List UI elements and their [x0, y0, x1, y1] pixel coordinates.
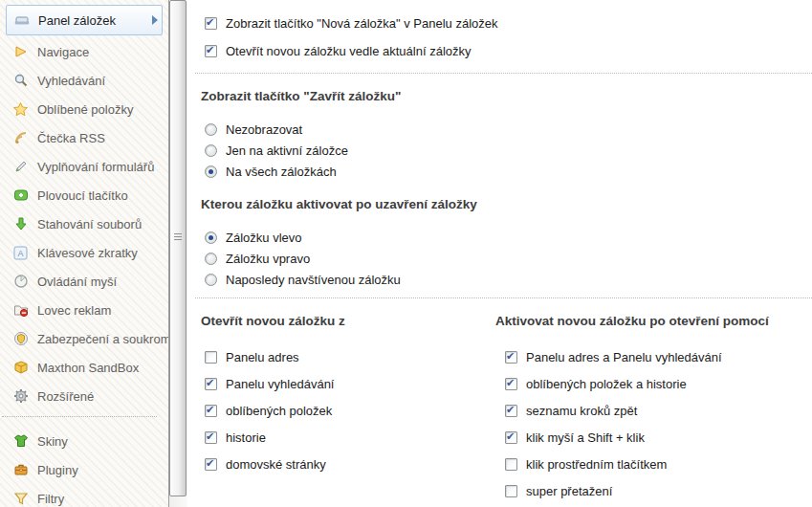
sidebar-item-ctecka-rss[interactable]: Čtečka RSS [0, 123, 168, 152]
radio-row-zalozku-vlevo[interactable]: Záložku vlevo [201, 227, 812, 248]
radio-label: Nezobrazovat [226, 122, 302, 137]
radio-icon[interactable] [205, 144, 217, 157]
checkbox-icon[interactable] [205, 431, 217, 444]
checkbox-icon[interactable] [505, 351, 517, 364]
activate-after-close-radio-group: Záložku vlevo Záložku vpravo Naposledy n… [201, 227, 812, 290]
sidebar-item-label: Pluginy [37, 463, 163, 477]
radio-row-nezobrazovat[interactable]: Nezobrazovat [201, 119, 812, 140]
open-new-tab-checkboxes: Panelu adres Panelu vyhledávání oblíbený… [201, 343, 495, 477]
checkbox-row-open-next-to-current[interactable]: Otevřít novou záložku vedle aktuální zál… [201, 37, 812, 65]
sidebar-item-ovladani-mysi[interactable]: Ovládání myší [0, 267, 168, 296]
security-shield-icon [12, 331, 29, 347]
radio-icon[interactable] [205, 253, 217, 265]
sidebar-item-label: Zabezpečení a soukromí [37, 332, 169, 346]
sidebar-item-label: Oblíbené položky [37, 102, 163, 117]
checkbox-icon[interactable] [505, 378, 517, 390]
checkbox-row-domovske-stranky[interactable]: domovské stránky [201, 451, 495, 477]
radio-row-zalozku-vpravo[interactable]: Záložku vpravo [201, 248, 812, 269]
checkbox-row-super-pretazeni[interactable]: super přetažení [495, 477, 812, 504]
checkbox-icon[interactable] [205, 405, 217, 417]
checkbox-icon[interactable] [205, 458, 217, 471]
sidebar-item-label: Stahování souborů [37, 217, 163, 231]
checkbox-label: seznamu kroků zpět [526, 404, 637, 418]
sidebar-item-skiny[interactable]: Skiny [0, 427, 168, 455]
close-button-radio-group: Nezobrazovat Jen na aktivní záložce Na v… [201, 119, 812, 182]
checkbox-row-klik-mysi-shift[interactable]: klik myší a Shift + klik [495, 424, 812, 451]
checkbox-row-panelu-adres-a-vyhledavani[interactable]: Panelu adres a Panelu vyhledávání [495, 343, 812, 370]
pencil-icon [12, 159, 29, 175]
section-divider [195, 73, 812, 74]
radio-row-na-vsech[interactable]: Na všech záložkách [201, 161, 812, 182]
radio-icon[interactable] [205, 123, 217, 136]
selected-arrow-icon [152, 15, 158, 25]
sidebar-item-oblibene-polozky[interactable]: Oblíbené položky [0, 95, 168, 123]
radio-label: Záložku vlevo [226, 231, 301, 245]
sidebar-item-label: Maxthon SandBox [37, 361, 163, 375]
checkbox-label: klik prostředním tlačítkem [526, 457, 667, 472]
checkbox-icon[interactable] [505, 431, 517, 444]
checkbox-label: domovské stránky [226, 457, 326, 472]
checkbox-icon[interactable] [505, 458, 517, 471]
sidebar-item-maxthon-sandbox[interactable]: Maxthon SandBox [0, 353, 168, 382]
activate-after-close-heading: Kterou záložku aktivovat po uzavření zál… [201, 197, 812, 211]
checkbox-row-panelu-adres[interactable]: Panelu adres [201, 343, 495, 370]
checkbox-label: Zobrazit tlačítko "Nová záložka" v Panel… [226, 16, 498, 31]
radio-row-naposledy-navstivenou[interactable]: Naposledy navštívenou záložku [201, 269, 812, 290]
sidebar-item-plovouci-tlacitko[interactable]: Plovoucí tlačítko [0, 181, 168, 209]
checkbox-icon[interactable] [205, 351, 217, 364]
vertical-scrollbar[interactable] [169, 0, 187, 507]
sidebar-item-navigace[interactable]: Navigace [0, 37, 168, 66]
sidebar-item-label: Vyhledávání [37, 74, 163, 88]
checkbox-label: super přetažení [526, 484, 612, 498]
checkbox-label: Panelu vyhledávání [226, 377, 334, 391]
open-new-tab-column: Otevřít novou záložku z Panelu adres Pan… [201, 298, 495, 504]
scrollbar-thumb[interactable] [169, 0, 187, 496]
sidebar-item-label: Skiny [37, 434, 163, 449]
sidebar-item-vyhledavani[interactable]: Vyhledávání [0, 66, 168, 95]
sidebar-item-klavesove-zkratky[interactable]: A Klávesové zkratky [0, 238, 168, 267]
sidebar-item-panel-zalozek[interactable]: Panel záložek [6, 5, 163, 35]
sidebar-item-pluginy[interactable]: Pluginy [0, 455, 168, 484]
checkbox-row-historie[interactable]: historie [201, 424, 495, 451]
activate-new-tab-checkboxes: Panelu adres a Panelu vyhledávání oblíbe… [495, 343, 812, 504]
checkbox-label: Panelu adres a Panelu vyhledávání [526, 350, 722, 364]
svg-text:A: A [17, 249, 23, 258]
sidebar-item-filtry[interactable]: Filtry [0, 484, 168, 507]
radio-icon[interactable] [205, 274, 217, 286]
radio-row-jen-na-aktivni[interactable]: Jen na aktivní záložce [201, 140, 812, 161]
sidebar-item-vyplnovani-formularu[interactable]: Vyplňování formulářů [0, 152, 168, 181]
checkbox-label: Otevřít novou záložku vedle aktuální zál… [226, 44, 472, 58]
sidebar-item-label: Panel záložek [38, 13, 143, 28]
toolbox-icon [12, 462, 29, 478]
star-icon [12, 101, 29, 118]
sidebar-item-stahovani-souboru[interactable]: Stahování souborů [0, 209, 168, 238]
activate-new-tab-heading: Aktivovat novou záložku po otevření pomo… [495, 314, 812, 328]
checkbox-row-oblibenych-polozek[interactable]: oblíbených položek [201, 397, 495, 424]
checkbox-row-panelu-vyhledavani[interactable]: Panelu vyhledávání [201, 370, 495, 397]
radio-label: Naposledy navštívenou záložku [226, 273, 401, 287]
checkbox-icon[interactable] [205, 45, 217, 57]
sidebar-item-zabezpeceni-a-soukromi[interactable]: Zabezpečení a soukromí [0, 324, 168, 353]
checkbox-row-oblibenych-a-historie[interactable]: oblíbených položek a historie [495, 370, 812, 397]
checkbox-row-show-new-tab-button[interactable]: Zobrazit tlačítko "Nová záložka" v Panel… [201, 10, 812, 37]
sidebar-divider [2, 416, 157, 417]
navigation-play-icon [12, 44, 29, 60]
checkbox-icon[interactable] [505, 485, 517, 497]
open-new-tab-heading: Otevřít novou záložku z [201, 314, 495, 328]
checkbox-icon[interactable] [205, 378, 217, 390]
sidebar-item-label: Lovec reklam [37, 303, 163, 318]
sidebar-item-label: Filtry [37, 492, 163, 506]
checkbox-row-seznamu-kroku-zpet[interactable]: seznamu kroků zpět [495, 397, 812, 424]
checkbox-label: Panelu adres [226, 350, 299, 364]
radio-icon[interactable] [205, 165, 217, 178]
checkbox-row-klik-prostrednim[interactable]: klik prostředním tlačítkem [495, 451, 812, 477]
sidebar-item-label: Vyplňování formulářů [37, 160, 163, 174]
sidebar-item-label: Rozšířené [37, 389, 163, 404]
checkbox-label: oblíbených položek [226, 404, 332, 418]
checkbox-icon[interactable] [205, 17, 217, 30]
sidebar-item-lovec-reklam[interactable]: Lovec reklam [0, 296, 168, 324]
gear-icon [12, 388, 29, 405]
radio-icon[interactable] [205, 231, 217, 244]
sidebar-item-rozsirene[interactable]: Rozšířené [0, 382, 168, 410]
checkbox-icon[interactable] [505, 405, 517, 417]
